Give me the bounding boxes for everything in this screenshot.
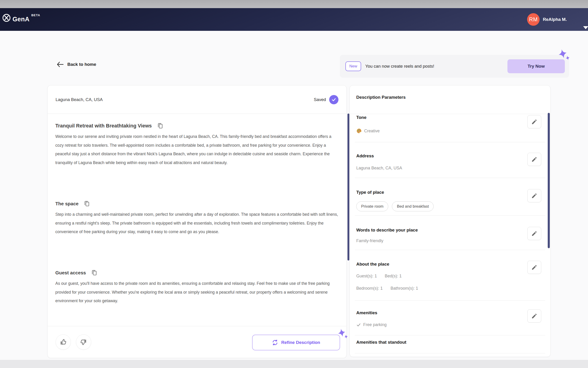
beds-stat: Bed(s): 1 — [385, 274, 402, 278]
parameters-card: Description Parameters Tone Creative Add… — [350, 85, 551, 357]
copy-icon — [157, 123, 163, 129]
palette-icon — [356, 128, 362, 134]
divider — [355, 335, 545, 335]
words-value: Family-friendly — [356, 239, 383, 243]
app-header: GenA BETA RM ReAlpha M. — [0, 8, 588, 31]
about-stats-row: Bedroom(s): 1 Bathroom(s): 1 — [356, 286, 418, 291]
app-title: GenA — [12, 16, 29, 22]
pencil-icon — [531, 156, 537, 162]
thumbs-up-button[interactable] — [56, 334, 71, 350]
chevron-down-icon[interactable] — [583, 26, 588, 29]
refine-description-label: Refine Description — [281, 340, 320, 345]
edit-tone-button[interactable] — [527, 115, 541, 128]
edit-amenities-button[interactable] — [527, 309, 541, 322]
copy-button[interactable] — [91, 269, 97, 276]
section-body: As our guest, you'll have access to the … — [55, 279, 340, 305]
about-label: About the place — [356, 262, 389, 267]
bedrooms-stat: Bedroom(s): 1 — [356, 286, 383, 291]
description-section: The space Step into a charming and well-… — [55, 201, 341, 236]
thumbs-down-button[interactable] — [76, 334, 91, 350]
chip-private-room[interactable]: Private room — [356, 201, 388, 211]
section-heading: Guest access — [55, 270, 86, 276]
parameters-scrollbar[interactable] — [548, 113, 550, 248]
promo-banner: New You can now create reels and posts! … — [340, 55, 569, 78]
parameters-title: Description Parameters — [356, 95, 406, 100]
page-bottom-strip — [0, 360, 588, 368]
copy-button[interactable] — [157, 123, 163, 129]
saved-label: Saved — [314, 97, 326, 102]
edit-type-of-place-button[interactable] — [527, 189, 541, 202]
about-stats-row: Guest(s): 1 Bed(s): 1 — [356, 274, 402, 278]
pencil-icon — [531, 313, 537, 319]
chip-bed-and-breakfast[interactable]: Bed and breakfast — [392, 201, 434, 211]
description-section: Tranquil Retreat with Breathtaking Views… — [55, 123, 341, 167]
sparkle-icon — [335, 327, 349, 342]
description-card-header: Laguna Beach, CA, USA Saved — [48, 85, 346, 114]
divider — [355, 142, 545, 142]
thumbs-up-icon — [60, 339, 67, 346]
copy-icon — [91, 269, 97, 276]
divider — [355, 178, 545, 178]
type-of-place-chips: Private room Bed and breakfast — [356, 201, 434, 211]
divider — [355, 300, 545, 301]
brand: GenA BETA — [2, 14, 38, 22]
divider — [355, 250, 545, 250]
pencil-icon — [531, 230, 537, 237]
guests-stat: Guest(s): 1 — [356, 274, 377, 278]
avatar[interactable]: RM — [527, 13, 540, 26]
location-title: Laguna Beach, CA, USA — [56, 97, 314, 102]
refresh-icon — [272, 340, 278, 346]
gena-logo-icon — [2, 14, 11, 22]
tone-value: Creative — [356, 128, 380, 134]
section-body: Step into a charming and well-maintained… — [55, 210, 340, 236]
pencil-icon — [531, 119, 537, 125]
standout-label: Amenities that standout — [356, 340, 406, 345]
address-label: Address — [356, 153, 374, 158]
address-value: Laguna Beach, CA, USA — [356, 166, 402, 171]
app-screen: GenA BETA RM ReAlpha M. Back to home New… — [0, 0, 588, 368]
description-card: Laguna Beach, CA, USA Saved Tranquil Ret… — [47, 85, 347, 358]
pencil-icon — [531, 264, 537, 270]
back-to-home-label: Back to home — [67, 62, 96, 67]
words-label: Words to describe your place — [356, 228, 418, 233]
bathrooms-stat: Bathroom(s): 1 — [391, 286, 418, 291]
beta-badge: BETA — [31, 13, 40, 17]
refine-description-button[interactable]: Refine Description — [252, 335, 340, 350]
tone-label: Tone — [356, 115, 367, 120]
amenities-value: Free parking — [356, 322, 386, 327]
user-name: ReAlpha M. — [543, 17, 567, 22]
amenities-value-text: Free parking — [363, 322, 386, 327]
saved-check-badge — [329, 95, 338, 104]
edit-about-button[interactable] — [527, 261, 541, 274]
thumbs-down-icon — [80, 339, 87, 346]
section-heading: Tranquil Retreat with Breathtaking Views — [55, 123, 152, 129]
arrow-left-icon — [57, 61, 64, 67]
pencil-icon — [531, 193, 537, 199]
window-top-strip — [0, 0, 588, 8]
tone-value-text: Creative — [364, 129, 380, 133]
copy-button[interactable] — [84, 201, 90, 207]
divider — [355, 353, 545, 353]
user-menu[interactable]: RM ReAlpha M. — [527, 8, 567, 31]
edit-address-button[interactable] — [527, 153, 541, 166]
copy-icon — [84, 201, 90, 207]
type-of-place-label: Type of place — [356, 190, 384, 195]
new-badge: New — [345, 61, 361, 71]
description-card-footer: Refine Description — [48, 326, 346, 358]
check-icon — [356, 322, 361, 327]
description-scrollbar[interactable] — [347, 114, 349, 260]
try-now-button[interactable]: Try Now — [508, 59, 565, 73]
promo-message: You can now create reels and posts! — [365, 64, 508, 69]
divider — [355, 215, 545, 216]
edit-words-button[interactable] — [527, 227, 541, 240]
amenities-label: Amenities — [356, 310, 377, 315]
section-body: Welcome to our serene and inviting priva… — [55, 132, 340, 167]
section-heading: The space — [55, 201, 79, 206]
back-to-home-link[interactable]: Back to home — [57, 58, 96, 70]
check-icon — [331, 97, 336, 102]
description-section: Guest access As our guest, you'll have a… — [55, 269, 341, 305]
